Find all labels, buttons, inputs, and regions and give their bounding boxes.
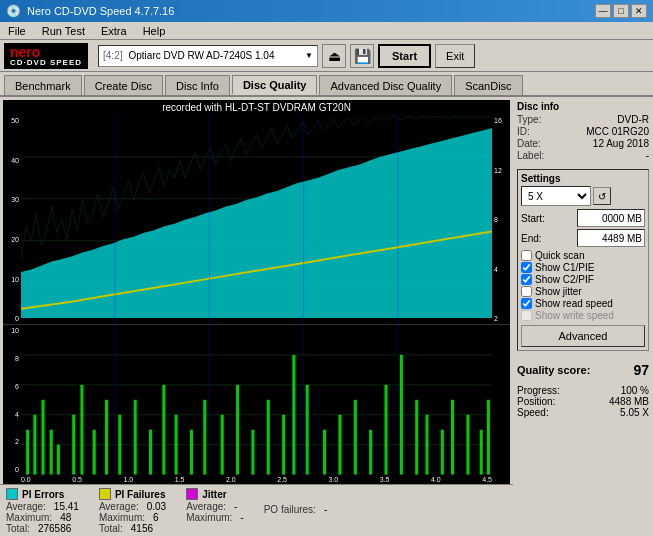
svg-rect-25 bbox=[105, 400, 108, 475]
pi-failures-avg-label: Average: bbox=[99, 501, 139, 512]
speed-label: Speed: bbox=[517, 407, 549, 418]
pi-failures-max-value: 6 bbox=[153, 512, 159, 523]
nero-text: nero bbox=[10, 45, 40, 59]
svg-rect-45 bbox=[400, 355, 403, 475]
svg-rect-52 bbox=[487, 400, 490, 475]
svg-rect-50 bbox=[466, 415, 469, 475]
show-read-speed-checkbox[interactable] bbox=[521, 298, 532, 309]
title-bar: 💿 Nero CD-DVD Speed 4.7.7.16 — □ ✕ bbox=[0, 0, 653, 22]
minimize-button[interactable]: — bbox=[595, 4, 611, 18]
maximize-button[interactable]: □ bbox=[613, 4, 629, 18]
po-failures-label: PO failures: bbox=[264, 504, 316, 515]
exit-button[interactable]: Exit bbox=[435, 44, 475, 68]
jitter-max-label: Maximum: bbox=[186, 512, 232, 523]
disc-id-row: ID: MCC 01RG20 bbox=[517, 126, 649, 137]
disc-info-title: Disc info bbox=[517, 101, 649, 112]
svg-rect-36 bbox=[267, 400, 270, 475]
quick-scan-row: Quick scan bbox=[521, 250, 645, 261]
speed-select[interactable]: 5 X 8 X Max bbox=[521, 186, 591, 206]
svg-rect-22 bbox=[72, 415, 75, 475]
tab-disc-info[interactable]: Disc Info bbox=[165, 75, 230, 95]
menu-run-test[interactable]: Run Test bbox=[38, 24, 89, 38]
start-field[interactable] bbox=[577, 209, 645, 227]
eject-button[interactable]: ⏏ bbox=[322, 44, 346, 68]
svg-rect-43 bbox=[369, 430, 372, 475]
disc-label-label: Label: bbox=[517, 150, 544, 161]
jitter-max-value: - bbox=[240, 512, 243, 523]
disc-label-row: Label: - bbox=[517, 150, 649, 161]
svg-rect-34 bbox=[236, 385, 239, 475]
svg-rect-20 bbox=[50, 430, 53, 475]
quality-value: 97 bbox=[633, 362, 649, 378]
show-c2pif-label: Show C2/PIF bbox=[535, 274, 594, 285]
svg-rect-30 bbox=[175, 415, 178, 475]
disc-date-row: Date: 12 Aug 2018 bbox=[517, 138, 649, 149]
drive-label: [4:2] bbox=[103, 50, 122, 61]
settings-section: Settings 5 X 8 X Max ↺ Start: End: bbox=[517, 169, 649, 351]
bottom-stats: PI Errors Average: 15.41 Maximum: 48 Tot… bbox=[0, 484, 513, 536]
pi-failures-avg-value: 0.03 bbox=[147, 501, 166, 512]
tab-disc-quality[interactable]: Disc Quality bbox=[232, 75, 318, 95]
show-write-speed-checkbox[interactable] bbox=[521, 310, 532, 321]
pi-failures-legend-color bbox=[99, 488, 111, 500]
drive-selector[interactable]: [4:2] Optiarc DVD RW AD-7240S 1.04 ▼ bbox=[98, 45, 318, 67]
tab-advanced-disc-quality[interactable]: Advanced Disc Quality bbox=[319, 75, 452, 95]
show-c1pie-checkbox[interactable] bbox=[521, 262, 532, 273]
jitter-block: Jitter Average: - Maximum: - bbox=[186, 488, 243, 534]
svg-rect-46 bbox=[415, 400, 418, 475]
progress-section: Progress: 100 % Position: 4488 MB Speed:… bbox=[517, 385, 649, 418]
progress-row: Progress: 100 % bbox=[517, 385, 649, 396]
pi-failures-title: PI Failures bbox=[115, 489, 166, 500]
position-value: 4488 MB bbox=[609, 396, 649, 407]
pi-failures-block: PI Failures Average: 0.03 Maximum: 6 Tot… bbox=[99, 488, 166, 534]
end-field[interactable] bbox=[577, 229, 645, 247]
po-failures-block: PO failures: - bbox=[264, 488, 328, 534]
pi-errors-total-label: Total: bbox=[6, 523, 30, 534]
jitter-title: Jitter bbox=[202, 489, 226, 500]
quality-label: Quality score: bbox=[517, 364, 590, 376]
svg-rect-49 bbox=[451, 400, 454, 475]
pi-errors-avg-value: 15.41 bbox=[54, 501, 79, 512]
show-jitter-checkbox[interactable] bbox=[521, 286, 532, 297]
position-label: Position: bbox=[517, 396, 555, 407]
disc-type-row: Type: DVD-R bbox=[517, 114, 649, 125]
svg-rect-17 bbox=[26, 430, 29, 475]
svg-rect-32 bbox=[203, 400, 206, 475]
disc-date-value: 12 Aug 2018 bbox=[593, 138, 649, 149]
pi-errors-avg-label: Average: bbox=[6, 501, 46, 512]
svg-rect-48 bbox=[441, 430, 444, 475]
svg-rect-24 bbox=[93, 430, 96, 475]
show-jitter-row: Show jitter bbox=[521, 286, 645, 297]
svg-rect-33 bbox=[221, 415, 224, 475]
pi-errors-legend-color bbox=[6, 488, 18, 500]
show-c2pif-row: Show C2/PIF bbox=[521, 274, 645, 285]
close-window-button[interactable]: ✕ bbox=[631, 4, 647, 18]
x-axis-labels: 0.0 0.5 1.0 1.5 2.0 2.5 3.0 3.5 4.0 4.5 bbox=[3, 475, 510, 484]
tab-bar: Benchmark Create Disc Disc Info Disc Qua… bbox=[0, 72, 653, 97]
menu-file[interactable]: File bbox=[4, 24, 30, 38]
svg-rect-39 bbox=[306, 385, 309, 475]
svg-rect-37 bbox=[282, 415, 285, 475]
menu-bar: File Run Test Extra Help bbox=[0, 22, 653, 40]
tab-scan-disc[interactable]: ScanDisc bbox=[454, 75, 522, 95]
tab-benchmark[interactable]: Benchmark bbox=[4, 75, 82, 95]
jitter-avg-value: - bbox=[234, 501, 237, 512]
advanced-button[interactable]: Advanced bbox=[521, 325, 645, 347]
save-button[interactable]: 💾 bbox=[350, 44, 374, 68]
show-c2pif-checkbox[interactable] bbox=[521, 274, 532, 285]
svg-rect-19 bbox=[41, 400, 44, 475]
svg-rect-29 bbox=[162, 385, 165, 475]
svg-rect-38 bbox=[292, 355, 295, 475]
menu-extra[interactable]: Extra bbox=[97, 24, 131, 38]
refresh-button[interactable]: ↺ bbox=[593, 187, 611, 205]
top-chart-svg bbox=[21, 115, 492, 324]
end-label: End: bbox=[521, 233, 542, 244]
top-chart-y-axis-left: 50 40 30 20 10 0 bbox=[3, 115, 21, 324]
tab-create-disc[interactable]: Create Disc bbox=[84, 75, 163, 95]
quick-scan-checkbox[interactable] bbox=[521, 250, 532, 261]
title-bar-left: 💿 Nero CD-DVD Speed 4.7.7.16 bbox=[6, 4, 174, 18]
jitter-avg-label: Average: bbox=[186, 501, 226, 512]
position-row: Position: 4488 MB bbox=[517, 396, 649, 407]
menu-help[interactable]: Help bbox=[139, 24, 170, 38]
start-button[interactable]: Start bbox=[378, 44, 431, 68]
